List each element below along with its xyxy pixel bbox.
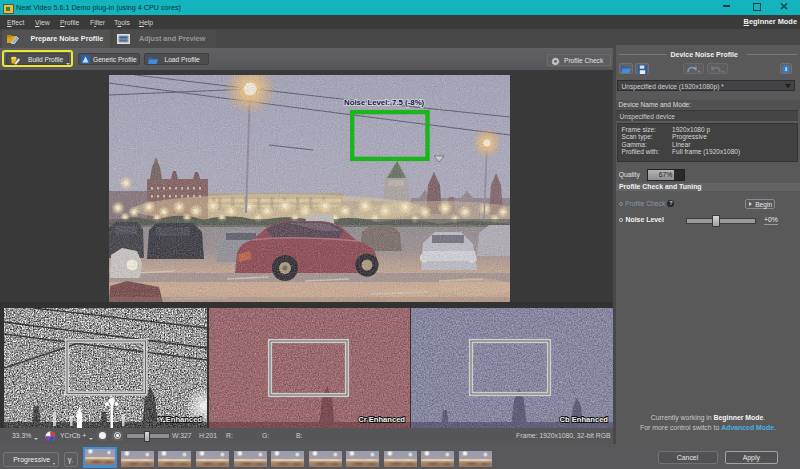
svg-text:Noise Level: 7.5 (-8%): Noise Level: 7.5 (-8%) bbox=[344, 97, 425, 106]
svg-text:Cr Enhanced: Cr Enhanced bbox=[358, 415, 405, 424]
svg-text:Y Enhanced: Y Enhanced bbox=[159, 415, 203, 424]
svg-text:Cb Enhanced: Cb Enhanced bbox=[559, 415, 608, 424]
